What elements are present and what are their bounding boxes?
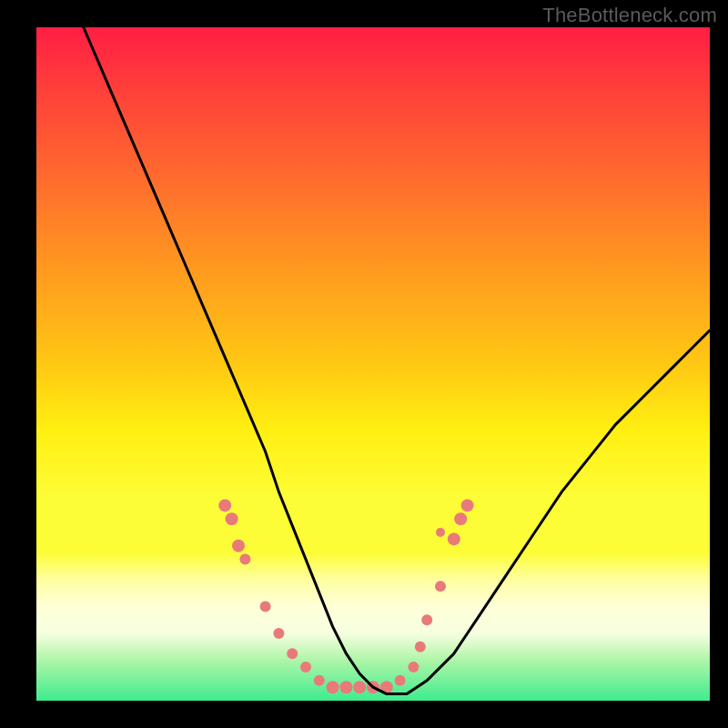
data-marker — [287, 648, 298, 659]
data-marker — [314, 675, 325, 686]
data-marker — [239, 554, 250, 565]
data-marker — [415, 642, 426, 652]
data-marker — [300, 662, 311, 672]
bottleneck-curve — [84, 27, 710, 694]
data-marker — [435, 581, 446, 592]
chart-svg — [36, 27, 710, 701]
data-marker — [339, 681, 352, 693]
data-marker — [421, 614, 432, 625]
data-markers — [218, 499, 473, 693]
data-marker — [273, 628, 284, 639]
data-marker — [232, 540, 245, 552]
data-marker — [436, 528, 445, 537]
data-marker — [226, 512, 238, 525]
chart-frame: TheBottleneck.com — [0, 0, 728, 728]
data-marker — [218, 499, 231, 511]
watermark-text: TheBottleneck.com — [542, 4, 717, 27]
data-marker — [461, 499, 474, 511]
data-marker — [260, 601, 271, 612]
plot-area — [36, 27, 710, 701]
data-marker — [448, 532, 460, 545]
data-marker — [353, 681, 366, 693]
data-marker — [454, 512, 467, 525]
data-marker — [327, 681, 339, 693]
data-marker — [395, 675, 406, 686]
data-marker — [408, 662, 419, 672]
